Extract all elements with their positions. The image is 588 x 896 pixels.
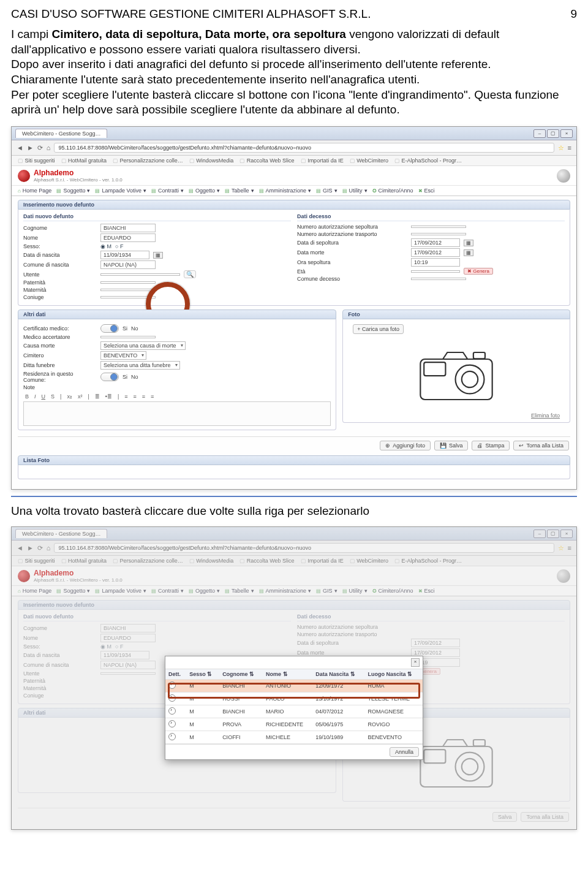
url-input[interactable]: 95.110.164.87:8080/WebCimitero/faces/sog… — [54, 543, 554, 553]
list-icon[interactable]: ≣ — [93, 393, 102, 400]
row-detail-icon[interactable] — [168, 707, 176, 715]
row-detail-icon[interactable] — [168, 681, 176, 689]
menu-icon[interactable]: ≡ — [568, 544, 571, 552]
input-aut-tra[interactable] — [411, 233, 466, 235]
home-icon[interactable]: ⌂ — [47, 144, 51, 151]
bookmark-item[interactable]: Importati da IE — [301, 558, 344, 564]
bookmark-item[interactable]: Siti suggeriti — [18, 558, 55, 564]
editor-note[interactable] — [23, 401, 331, 426]
bookmark-item[interactable]: E-AlphaSchool - Progr… — [394, 158, 462, 164]
strike-icon[interactable]: S — [49, 393, 56, 400]
bookmark-item[interactable]: HotMail gratuita — [61, 558, 107, 564]
col-nome[interactable]: Nome — [266, 671, 281, 677]
menu-admin[interactable]: ▤Amministrazione ▾ — [259, 188, 312, 194]
reload-icon[interactable]: ⟳ — [37, 144, 43, 152]
input-data-sep[interactable]: 17/09/2012 — [411, 238, 460, 247]
col-cognome[interactable]: Cognome — [222, 671, 248, 677]
inp[interactable]: EDUARDO — [100, 634, 156, 642]
torna-lista-button[interactable]: ↩Torna alla Lista — [513, 441, 569, 450]
sup-icon[interactable]: x² — [76, 393, 85, 400]
radio-f[interactable]: ○ F — [115, 243, 123, 249]
bookmark-item[interactable]: WindowsMedia — [189, 158, 234, 164]
menu-tabelle[interactable]: ▤Tabelle ▾ — [225, 588, 254, 594]
nav-forward-icon[interactable]: ► — [27, 144, 34, 151]
input-medico[interactable] — [100, 336, 156, 338]
home-icon[interactable]: ⌂ — [47, 544, 51, 552]
align-just-icon[interactable]: ≡ — [149, 393, 156, 400]
row-detail-icon[interactable] — [168, 733, 176, 740]
annulla-button[interactable]: Annulla — [390, 747, 419, 757]
upload-foto-button[interactable]: + Carica una foto — [353, 324, 404, 334]
menu-soggetto[interactable]: ▤Soggetto ▾ — [56, 588, 90, 594]
bookmark-star-icon[interactable]: ☆ — [558, 144, 564, 152]
menu-esci[interactable]: ✖Esci — [418, 188, 435, 194]
sub-icon[interactable]: x₂ — [65, 393, 74, 400]
bookmark-item[interactable]: Importati da IE — [301, 158, 344, 164]
menu-contratti[interactable]: ▤Contratti ▾ — [151, 588, 184, 594]
inp[interactable]: BIANCHI — [100, 624, 156, 632]
bookmark-item[interactable]: E-AlphaSchool - Progr… — [394, 558, 462, 564]
menu-esci[interactable]: ✖Esci — [418, 588, 435, 594]
input-comune-dec[interactable] — [411, 278, 466, 280]
input-maternita[interactable] — [100, 289, 156, 291]
menu-lampade[interactable]: ▤Lampade Votive ▾ — [95, 188, 146, 194]
genera-button[interactable]: ✖ Genera — [464, 268, 493, 275]
radio-f[interactable]: ○ F — [115, 644, 123, 650]
menu-lampade[interactable]: ▤Lampade Votive ▾ — [95, 588, 146, 594]
browser-tab[interactable]: WebCimitero - Gestione Sogg… — [15, 129, 107, 138]
bookmark-item[interactable]: Raccolta Web Slice — [239, 558, 294, 564]
radio-m[interactable]: ◉ M — [100, 644, 111, 650]
url-input[interactable]: 95.110.164.87:8080/WebCimitero/faces/sog… — [54, 143, 554, 153]
bookmark-item[interactable]: WindowsMedia — [189, 558, 234, 564]
table-row[interactable]: MPROVARICHIEDENTE05/06/1975ROVIGO — [165, 718, 423, 731]
table-row[interactable]: MBIANCHIMARIO04/07/2012ROMAGNESE — [165, 705, 423, 718]
menu-soggetto[interactable]: ▤Soggetto ▾ — [56, 188, 90, 194]
underline-icon[interactable]: U — [40, 393, 48, 400]
calendar-icon[interactable]: ▦ — [153, 252, 163, 259]
toggle-cert[interactable] — [100, 324, 119, 333]
bookmark-item[interactable]: HotMail gratuita — [61, 158, 107, 164]
table-row[interactable]: MCIOFFIMICHELE19/10/1989BENEVENTO — [165, 731, 423, 744]
input-comune-nascita[interactable]: NAPOLI (NA) — [100, 260, 156, 269]
menu-cimitero-anno[interactable]: ✪Cimitero/Anno — [372, 588, 413, 594]
row-detail-icon[interactable] — [168, 694, 176, 702]
col-luogo[interactable]: Luogo Nascita — [368, 671, 406, 677]
italic-icon[interactable]: I — [32, 393, 38, 400]
menu-icon[interactable]: ≡ — [568, 144, 571, 151]
popup-close-icon[interactable]: × — [411, 658, 420, 667]
input-cognome[interactable]: BIANCHI — [100, 224, 156, 232]
menu-tabelle[interactable]: ▤Tabelle ▾ — [225, 188, 254, 194]
toggle-residenza[interactable] — [100, 373, 119, 381]
table-row[interactable]: MROSSIPAOLO13/10/1972TELESE TERME — [165, 693, 423, 705]
select-ditta[interactable]: Seleziona una ditta funebre — [100, 361, 180, 370]
menu-utility[interactable]: ▤Utility ▾ — [342, 188, 368, 194]
menu-cimitero-anno[interactable]: ✪Cimitero/Anno — [372, 188, 413, 194]
col-sesso[interactable]: Sesso — [189, 671, 206, 677]
bold-icon[interactable]: B — [23, 393, 31, 400]
bookmark-item[interactable]: Raccolta Web Slice — [239, 158, 294, 164]
col-data[interactable]: Data Nascita — [315, 671, 349, 677]
select-causa[interactable]: Seleziona una causa di morte — [100, 341, 186, 350]
menu-utility[interactable]: ▤Utility ▾ — [342, 588, 368, 594]
menu-home[interactable]: ⌂Home Page — [18, 188, 51, 194]
minimize-icon[interactable]: – — [533, 129, 546, 138]
input-aut-sep[interactable] — [411, 226, 466, 228]
bookmark-star-icon[interactable]: ☆ — [558, 544, 564, 552]
search-icon[interactable]: 🔍 — [184, 270, 196, 278]
menu-oggetto[interactable]: ▤Oggetto ▾ — [189, 588, 220, 594]
input-nome[interactable]: EDUARDO — [100, 233, 156, 242]
bookmark-item[interactable]: WebCimitero — [350, 158, 388, 164]
input-utente[interactable] — [100, 273, 180, 276]
torna-lista-button[interactable]: Torna alla Lista — [521, 812, 569, 822]
select-cimitero[interactable]: BENEVENTO — [100, 351, 146, 360]
inp[interactable]: NAPOLI (NA) — [100, 661, 156, 669]
menu-admin[interactable]: ▤Amministrazione ▾ — [259, 588, 312, 594]
menu-gis[interactable]: ▤GIS ▾ — [316, 588, 337, 594]
bookmark-item[interactable]: Personalizzazione colle… — [113, 158, 183, 164]
browser-tab[interactable]: WebCimitero - Gestione Sogg… — [15, 529, 107, 538]
reload-icon[interactable]: ⟳ — [37, 544, 43, 552]
input-data-mor[interactable]: 17/09/2012 — [411, 248, 460, 257]
nav-back-icon[interactable]: ◄ — [17, 544, 23, 552]
maximize-icon[interactable]: ▢ — [547, 530, 559, 538]
minimize-icon[interactable]: – — [533, 530, 546, 538]
